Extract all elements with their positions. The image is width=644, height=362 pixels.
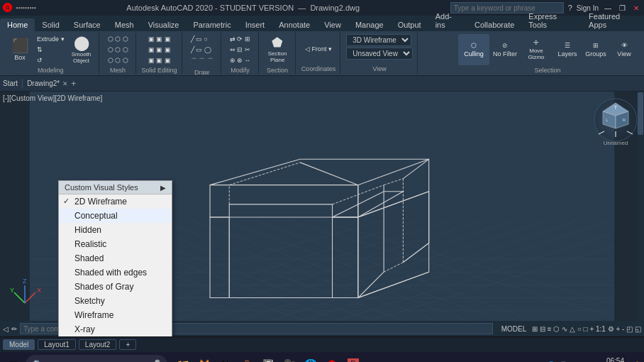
tab-surface[interactable]: Surface [67,18,108,31]
smooth-object-btn[interactable]: ⬤ SmoothObject [69,34,94,65]
ribbon: Home Solid Surface Mesh Visualize Parame… [0,16,644,76]
layers-btn[interactable]: ☰ Layers [555,34,580,65]
tab-manage[interactable]: Manage [348,18,391,31]
start-button[interactable]: ⊞ [3,355,23,362]
taskbar-store[interactable]: 🛍 [216,355,235,362]
layers-label: Layers [557,50,577,57]
extrude-btn[interactable]: Extrude ▾ [34,34,67,44]
taskbar-teams[interactable]: 💼 [237,355,257,362]
view-label: View [617,50,631,57]
title-left: 🅐 ▪▪▪▪▪▪▪▪▪ [3,2,36,13]
taskbar-powerpoint[interactable]: 🅿 [343,355,363,362]
view-select[interactable]: Unsaved View [346,48,413,60]
taskbar-files[interactable]: 📁 [173,355,193,362]
ribbon-group-section: ⬟ SectionPlane Section [260,33,296,74]
coordinates-label: Coordinates [301,65,336,72]
drawing2-tab-toolbar[interactable]: Drawing2* [27,79,60,87]
view-btn[interactable]: 👁 View [611,34,637,65]
section-label: Section [267,67,288,74]
presspull-btn[interactable]: ⇅ [34,45,67,55]
layout2-tab[interactable]: Layout2 [79,339,117,350]
ribbon-group-view-combos: 3D Wireframe Conceptual Realistic Unsave… [342,33,418,74]
revolve-btn[interactable]: ↺ [34,55,67,65]
taskbar-sys: ∧ 🌐 🔊 ENG 06:54 10-10-2020 🔔 [539,357,641,362]
model-tab[interactable]: Model [3,339,35,350]
culling-label: Culling [464,50,484,57]
modify-btn3[interactable]: ⊕ ⊗ ↔ [227,55,254,65]
add-layout-btn[interactable]: + [119,339,136,350]
menu-item-label: Shaded with edges [74,268,147,278]
toolbar-add-icon[interactable]: + [71,79,76,89]
coord-front-btn[interactable]: ◁ Front ▾ [302,44,335,54]
tab-solid[interactable]: Solid [35,18,66,31]
groups-icon: ⊞ [593,42,599,49]
taskbar-firefox[interactable]: 🦊 [194,355,214,362]
svg-text:X: X [37,287,41,294]
menu-item-hidden[interactable]: Hidden [59,223,172,237]
menu-item-conceptual[interactable]: Conceptual [59,209,172,223]
no-filter-btn[interactable]: ⊘ No Filter [492,34,518,65]
culling-btn[interactable]: ⬡ Culling [458,34,489,65]
scroll-thumb[interactable] [638,92,643,135]
taskbar-edge[interactable]: 🌐 [301,355,321,362]
ribbon-group-right-btns: ⬡ Culling ⊘ No Filter ✛ MoveGizmo ☰ Laye… [454,33,641,74]
section-plane-btn[interactable]: ⬟ SectionPlane [265,34,290,65]
tab-visualize[interactable]: Visualize [141,18,187,31]
taskbar-onenote[interactable]: 📓 [258,355,278,362]
modify-btn2[interactable]: ⇔ ⊟ ✂ [227,45,254,55]
mesh-btn2[interactable]: ⬡ ⬡ ⬡ [105,45,131,55]
selection-label: Selection [534,67,560,74]
mesh-btn1[interactable]: ⬡ ⬡ ⬡ [105,34,131,44]
menu-item-wireframe[interactable]: Wireframe [59,308,172,322]
draw-btn1[interactable]: ╱ ▭ ○ [188,34,216,44]
draw-btn2[interactable]: ╱ ▭ ◯ [188,45,216,55]
tab-home[interactable]: Home [0,18,35,31]
modify-btn1[interactable]: ⇄ ⟳ ⊞ [227,34,254,44]
toolbar-close-icon[interactable]: ✕ [62,80,68,87]
tab-collaborate[interactable]: Collaborate [467,18,521,31]
cmd-icon1[interactable]: ◁ [3,325,9,333]
box-button[interactable]: ⬛ Box [7,34,33,65]
tab-mesh[interactable]: Mesh [108,18,141,31]
menu-arrow-icon: ▶ [160,184,166,192]
status-icons: ⊞ ⊟ ≡ ⬡ ∿ △ ○ □ + 1:1 ⚙ + - ◰ ◱ [532,325,641,333]
menu-item-shaded-with-edges[interactable]: Shaded with edges [59,265,172,280]
solid-edit-btn1[interactable]: ▣ ▣ ▣ [145,34,174,44]
menu-item-shades-of-gray[interactable]: Shades of Gray [59,280,172,294]
tab-express[interactable]: Express Tools [521,10,582,31]
move-gizmo-icon: ✛ [533,39,539,46]
taskbar-apps: 📁 🦊 🛍 💼 📓 🎥 🌐 🅐 🅿 [173,355,363,362]
menu-item-shaded[interactable]: Shaded [59,251,172,265]
menu-item-2d-wireframe[interactable]: ✓2D Wireframe [59,194,172,209]
menu-item-sketchy[interactable]: Sketchy [59,294,172,308]
menu-item-realistic[interactable]: Realistic [59,237,172,251]
solid-edit-btn3[interactable]: ▣ ▣ ▣ [145,55,174,65]
view-icon: 👁 [621,42,628,49]
groups-btn[interactable]: ⊞ Groups [583,34,609,65]
tab-insert[interactable]: Insert [238,18,272,31]
box-label: Box [14,54,26,61]
menu-item-x-ray[interactable]: X-ray [59,322,172,336]
modify-label: Modify [231,67,250,74]
cmd-icon2[interactable]: ✏ [11,325,17,333]
draw-btn3[interactable]: ⌒ ⌒ ⌒ [188,55,216,67]
tab-featured[interactable]: Featured Apps [582,10,644,31]
tab-parametric[interactable]: Parametric [186,18,238,31]
solid-edit-btn2[interactable]: ▣ ▣ ▣ [145,45,174,55]
taskbar-autocad[interactable]: 🅐 [322,355,342,362]
mesh-btn3[interactable]: ⬡ ⬡ ⬡ [105,55,131,65]
scrollbar-right[interactable] [637,92,644,321]
viewport-label: [-][Custom View][2D Wireframe] [3,94,102,102]
file-name: Drawing2.dwg [310,4,360,12]
move-gizmo-btn[interactable]: ✛ MoveGizmo [521,34,552,65]
search-bar[interactable]: 🔍 Type here to search 🎤 [26,355,167,362]
tab-view[interactable]: View [317,18,348,31]
wireframe-select[interactable]: 3D Wireframe Conceptual Realistic [346,34,411,46]
menu-item-label: Wireframe [74,310,113,320]
draw-label: Draw [194,69,209,76]
taskbar-zoom[interactable]: 🎥 [279,355,299,362]
tab-addins[interactable]: Add-ins [428,10,467,31]
tab-annotate[interactable]: Annotate [272,18,317,31]
tab-output[interactable]: Output [391,18,428,31]
layout1-tab[interactable]: Layout1 [38,339,76,350]
